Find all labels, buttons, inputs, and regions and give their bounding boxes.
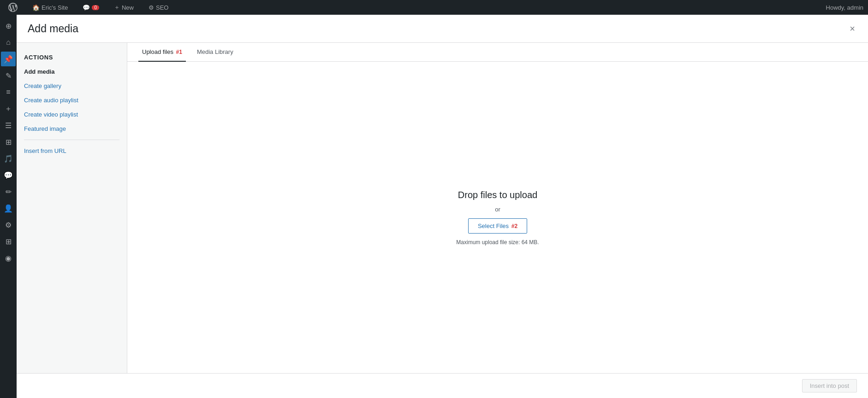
sidebar-tools-icon[interactable]: ✏ <box>1 184 16 199</box>
upload-files-tab-label: Upload files <box>142 48 173 55</box>
sidebar-divider <box>24 140 119 140</box>
sidebar-item-create-audio-playlist[interactable]: Create audio playlist <box>17 93 127 107</box>
seo-label: SEO <box>156 4 168 11</box>
tab-upload-files[interactable]: Upload files #1 <box>138 43 186 62</box>
comment-count-badge: 0 <box>92 5 99 10</box>
modal-body: Actions Add media Create gallery Create … <box>17 43 868 373</box>
sidebar-settings-icon[interactable]: ⚙ <box>1 217 16 232</box>
sidebar-item-featured-image[interactable]: Featured image <box>17 122 127 136</box>
modal-tabs: Upload files #1 Media Library <box>127 43 868 62</box>
select-files-badge: #2 <box>511 223 517 229</box>
comments-button[interactable]: 💬 0 <box>79 0 103 15</box>
sidebar-users-icon[interactable]: 👤 <box>1 201 16 216</box>
select-files-label: Select Files <box>478 222 509 229</box>
modal-header: Add media × <box>17 15 868 43</box>
site-name-label: Eric's Site <box>42 4 68 11</box>
modal-content-area: Upload files #1 Media Library Drop files… <box>127 43 868 373</box>
sidebar-item-insert-from-url[interactable]: Insert from URL <box>17 144 127 158</box>
upload-files-tab-badge: #1 <box>176 49 182 55</box>
modal-sidebar: Actions Add media Create gallery Create … <box>17 43 127 373</box>
site-name-button[interactable]: 🏠 Eric's Site <box>29 0 71 15</box>
new-button[interactable]: ＋ New <box>110 0 137 15</box>
sidebar-dashboard-icon[interactable]: ⌂ <box>1 35 16 50</box>
new-label: New <box>122 4 134 11</box>
select-files-button[interactable]: Select Files #2 <box>468 218 527 234</box>
or-text: or <box>495 206 500 213</box>
sidebar-item-create-gallery[interactable]: Create gallery <box>17 79 127 93</box>
plus-icon: ＋ <box>114 3 120 12</box>
sidebar-posts-icon[interactable]: ✎ <box>1 68 16 83</box>
main-content: Add media × Actions Add media Create gal… <box>17 15 868 398</box>
sidebar-add-icon[interactable]: ＋ <box>1 101 16 116</box>
sidebar-categories-icon[interactable]: ☰ <box>1 118 16 133</box>
tab-media-library[interactable]: Media Library <box>193 43 237 62</box>
page-wrapper: ⊕ ⌂ 📌 ✎ ≡ ＋ ☰ ⊞ 🎵 💬 ✏ 👤 ⚙ ⊞ ◉ Add media … <box>0 15 868 398</box>
modal-close-button[interactable]: × <box>848 22 857 35</box>
sidebar-comments-icon[interactable]: 💬 <box>1 168 16 182</box>
icon-sidebar: ⊕ ⌂ 📌 ✎ ≡ ＋ ☰ ⊞ 🎵 💬 ✏ 👤 ⚙ ⊞ ◉ <box>0 15 17 398</box>
seo-button[interactable]: ⚙ SEO <box>145 0 172 15</box>
sidebar-tags-icon[interactable]: ⊞ <box>1 135 16 149</box>
upload-drop-area: Drop files to upload or Select Files #2 … <box>127 62 868 373</box>
howdy-text: Howdy, admin <box>826 4 863 11</box>
admin-bar: 🏠 Eric's Site 💬 0 ＋ New ⚙ SEO Howdy, adm… <box>0 0 868 15</box>
sidebar-pin-icon[interactable]: 📌 <box>1 52 16 66</box>
wp-logo-button[interactable] <box>5 0 21 15</box>
sidebar-item-add-media[interactable]: Add media <box>17 64 127 79</box>
seo-gear-icon: ⚙ <box>149 4 154 11</box>
sidebar-actions-title: Actions <box>17 50 127 64</box>
sidebar-all-icon[interactable]: ≡ <box>1 85 16 100</box>
modal-footer: Insert into post <box>17 373 868 398</box>
sidebar-wp-icon[interactable]: ⊕ <box>1 18 16 33</box>
insert-into-post-button[interactable]: Insert into post <box>802 379 857 392</box>
comment-icon: 💬 <box>83 4 90 11</box>
sidebar-media-icon[interactable]: 🎵 <box>1 151 16 166</box>
wp-logo-icon <box>8 3 18 12</box>
add-media-modal: Add media × Actions Add media Create gal… <box>17 15 868 398</box>
home-icon: 🏠 <box>32 4 40 11</box>
modal-title: Add media <box>28 23 78 35</box>
max-size-text: Maximum upload file size: 64 MB. <box>456 239 539 246</box>
sidebar-item-create-video-playlist[interactable]: Create video playlist <box>17 107 127 122</box>
sidebar-circle-icon[interactable]: ◉ <box>1 251 16 265</box>
media-library-tab-label: Media Library <box>197 48 233 55</box>
sidebar-plugins-icon[interactable]: ⊞ <box>1 234 16 249</box>
drop-files-text: Drop files to upload <box>458 190 537 200</box>
